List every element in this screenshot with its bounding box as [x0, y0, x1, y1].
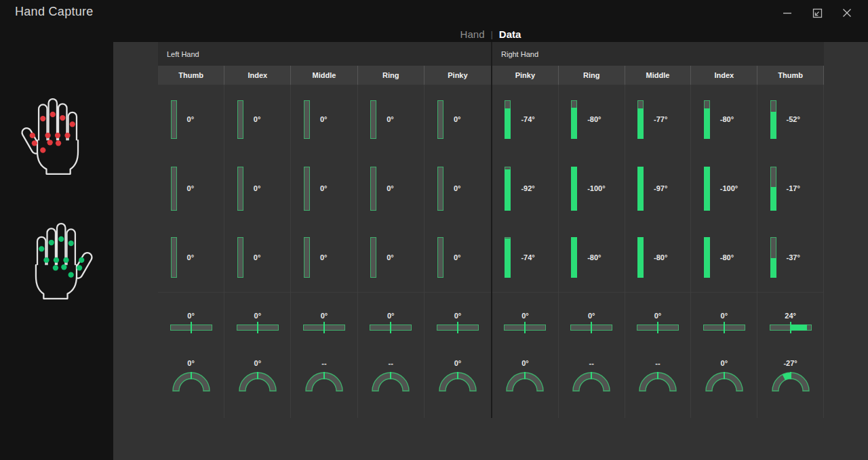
joint-bend-gauge: [370, 167, 376, 211]
joint-bend-fill: [637, 167, 644, 211]
spread-cell: 0°: [291, 292, 357, 349]
joint-cell: -17°: [757, 154, 823, 223]
joint-cell: -77°: [625, 85, 691, 154]
finger-column-thumb: Thumb-52°-17°-37°24°-27°: [757, 66, 824, 418]
finger-column-body: 0°0°0°0°0°: [425, 85, 491, 418]
sensor-dot: [47, 140, 52, 145]
joint-bend-gauge: [237, 167, 243, 211]
spread-value: 0°: [654, 312, 662, 320]
sensor-dot: [53, 257, 58, 263]
joint-bend-fill: [571, 167, 577, 211]
spread-center-tick: [591, 322, 592, 333]
joint-bend-value: 0°: [320, 115, 344, 123]
joint-bend-gauge: [237, 237, 243, 278]
joint-cell: -100°: [691, 154, 757, 223]
view-tabs: Hand | Data: [113, 26, 868, 42]
spread-gauge: [170, 325, 212, 331]
joint-bend-value: 0°: [254, 184, 278, 192]
joint-bend-gauge: [770, 167, 776, 211]
spread-center-tick: [524, 322, 526, 333]
joint-bend-fill: [505, 169, 511, 211]
curl-arc-gauge: [570, 369, 613, 392]
joint-bend-value: -100°: [587, 184, 612, 192]
finger-column-body: -80°-100°-80°0°0°: [691, 85, 757, 418]
tab-data[interactable]: Data: [499, 28, 521, 40]
finger-column-index: Index-80°-100°-80°0°0°: [691, 66, 757, 418]
joint-bend-gauge: [304, 167, 310, 211]
spread-center-tick: [457, 322, 458, 333]
column-header-middle: Middle: [625, 66, 692, 85]
joint-bend-value: -80°: [654, 253, 678, 262]
joint-bend-value: 0°: [454, 115, 478, 123]
sensor-dot: [63, 257, 68, 263]
joint-bend-value: -97°: [654, 184, 678, 192]
curl-value: --: [389, 359, 393, 367]
joint-cell: -80°: [691, 85, 757, 154]
curl-arc-gauge: [369, 369, 412, 392]
restore-window-button[interactable]: [807, 4, 827, 22]
joint-cell: 0°: [358, 154, 424, 223]
curl-cell: 0°: [691, 349, 757, 418]
sensor-dot: [54, 133, 60, 138]
joint-bend-gauge: [770, 237, 776, 278]
joint-bend-fill: [637, 237, 644, 278]
finger-column-ring: Ring0°0°0°0°--: [358, 66, 425, 418]
joint-bend-fill: [770, 112, 776, 138]
spread-value: 0°: [588, 312, 595, 320]
spread-cell: 0°: [691, 292, 757, 349]
finger-column-body: 0°0°0°0°0°: [224, 85, 291, 418]
close-icon: [842, 8, 852, 18]
finger-column-ring: Ring-80°-100°-80°0°--: [559, 66, 625, 418]
spread-center-tick: [657, 322, 658, 333]
curl-arc-gauge: [769, 369, 812, 392]
joint-cell: 0°: [158, 85, 224, 154]
curl-arc-gauge: [236, 369, 279, 392]
joint-cell: -80°: [625, 223, 691, 292]
curl-cell: --: [358, 349, 424, 418]
finger-column-body: -77°-97°-80°0°--: [625, 85, 692, 418]
joint-cell: 0°: [358, 223, 424, 292]
joint-bend-value: -80°: [587, 115, 612, 123]
joint-bend-value: -17°: [787, 184, 811, 192]
joint-bend-gauge: [571, 100, 577, 139]
spread-cell: 0°: [625, 292, 691, 349]
sensor-dot: [39, 246, 44, 251]
joint-cell: 0°: [291, 85, 357, 154]
joint-bend-value: 0°: [387, 184, 411, 192]
right-hand-green-figure: [17, 211, 97, 312]
minimize-icon: [783, 8, 792, 18]
curl-value: 0°: [254, 359, 262, 367]
spread-value: 0°: [521, 312, 529, 320]
joint-cell: 0°: [224, 154, 290, 223]
sensor-dot: [50, 112, 55, 117]
joint-cell: -97°: [625, 154, 691, 223]
spread-cell: 0°: [158, 292, 224, 349]
spread-gauge: [504, 325, 546, 331]
sidebar: [0, 27, 113, 460]
spread-value: 0°: [721, 312, 728, 320]
joint-bend-gauge: [637, 237, 644, 278]
spread-cell: 0°: [492, 292, 558, 349]
spread-cell: 0°: [425, 292, 491, 349]
spread-value: 0°: [387, 312, 395, 320]
joint-bend-gauge: [571, 167, 577, 211]
tab-hand[interactable]: Hand: [460, 28, 485, 40]
close-button[interactable]: [837, 4, 857, 22]
joint-bend-gauge: [704, 100, 710, 139]
joint-bend-gauge: [304, 237, 310, 278]
curl-value: 0°: [521, 359, 529, 367]
joint-cell: 0°: [158, 154, 224, 223]
joint-cell: -80°: [559, 85, 625, 154]
spread-center-tick: [191, 322, 192, 333]
finger-column-pinky: Pinky0°0°0°0°0°: [425, 66, 491, 418]
joint-bend-value: -80°: [587, 253, 612, 262]
sensor-dot: [48, 240, 54, 245]
minimize-button[interactable]: [777, 4, 797, 22]
joint-bend-value: -80°: [720, 115, 745, 123]
joint-bend-value: 0°: [187, 253, 212, 262]
joint-bend-gauge: [637, 100, 644, 139]
joint-bend-gauge: [171, 100, 177, 139]
joint-cell: -92°: [492, 154, 558, 223]
sensor-dot: [52, 265, 58, 270]
column-header-pinky: Pinky: [492, 66, 559, 85]
